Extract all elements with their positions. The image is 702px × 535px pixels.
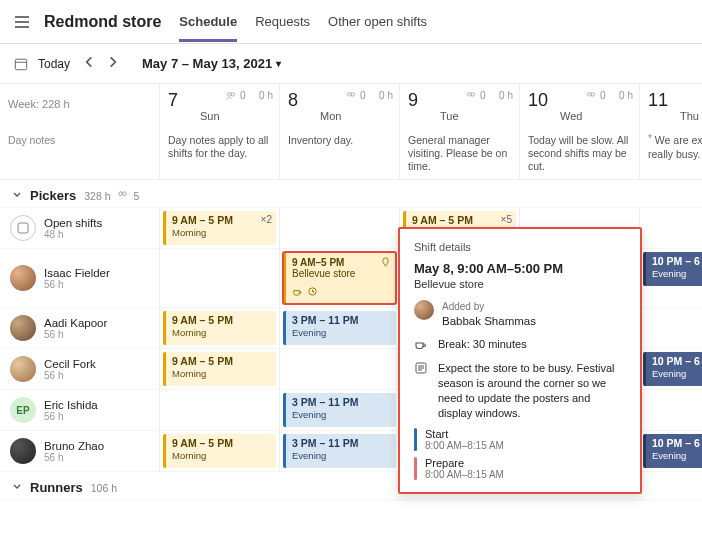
avatar bbox=[10, 315, 36, 341]
activity-item: Prepare8:00 AM–8:15 AM bbox=[414, 457, 626, 480]
shift-card[interactable]: 10 PM – 6 AMEvening bbox=[643, 252, 702, 286]
svg-rect-0 bbox=[15, 59, 26, 70]
chevron-down-icon bbox=[12, 482, 22, 494]
clock-icon bbox=[307, 286, 318, 299]
day-notes-label: Day notes bbox=[0, 128, 160, 180]
day-name: Sun bbox=[200, 110, 220, 122]
avatar bbox=[414, 300, 434, 320]
section-title: Runners bbox=[30, 480, 83, 495]
day-number: 8 bbox=[288, 90, 298, 110]
avatar bbox=[10, 356, 36, 382]
shift-card[interactable]: 3 PM – 11 PMEvening bbox=[283, 311, 396, 345]
shift-card[interactable]: 3 PM – 11 PMEvening bbox=[283, 434, 396, 468]
person-row[interactable]: Isaac Fielder56 h bbox=[0, 249, 160, 308]
note-icon bbox=[414, 361, 430, 377]
required-star-icon: * bbox=[648, 133, 652, 144]
shift-details-popover: Shift details May 8, 9:00 AM–5:00 PM Bel… bbox=[398, 227, 642, 494]
activity-color bbox=[414, 428, 417, 451]
activity-color bbox=[414, 457, 417, 480]
avatar bbox=[10, 265, 36, 291]
section-pickers[interactable]: Pickers 328 h5 bbox=[0, 180, 702, 208]
coffee-icon bbox=[414, 337, 430, 353]
store-title: Redmond store bbox=[44, 13, 161, 31]
avatar: EP bbox=[10, 397, 36, 423]
shift-card[interactable]: 10 PM – 6 AMEvening bbox=[643, 352, 702, 386]
section-title: Pickers bbox=[30, 188, 76, 203]
day-name: Mon bbox=[320, 110, 341, 122]
activity-item: Start8:00 AM–8:15 AM bbox=[414, 428, 626, 451]
tab-schedule[interactable]: Schedule bbox=[179, 2, 237, 42]
open-shifts-row[interactable]: Open shifts48 h bbox=[0, 208, 160, 249]
shift-location: Bellevue store bbox=[414, 278, 626, 290]
calendar-icon[interactable] bbox=[14, 57, 28, 71]
svg-rect-11 bbox=[18, 223, 28, 233]
shift-card[interactable]: 9 AM – 5 PMMorning bbox=[163, 352, 276, 386]
menu-icon[interactable] bbox=[14, 14, 30, 30]
day-number: 9 bbox=[408, 90, 418, 110]
svg-point-10 bbox=[122, 192, 126, 196]
tabs: Schedule Requests Other open shifts bbox=[179, 2, 427, 42]
day-header-thu[interactable]: 11 Thu bbox=[640, 84, 702, 128]
shift-card[interactable]: 9 AM – 5 PMMorning bbox=[163, 311, 276, 345]
prev-arrow-icon[interactable] bbox=[82, 55, 96, 72]
day-name: Thu bbox=[680, 110, 699, 122]
day-note[interactable]: Day notes apply to all shifts for the da… bbox=[160, 128, 280, 180]
day-header-wed[interactable]: 10 Wed 0 0 h bbox=[520, 84, 640, 128]
next-arrow-icon[interactable] bbox=[106, 55, 120, 72]
shift-multiplier: ×5 bbox=[501, 214, 512, 226]
day-note[interactable]: * We are expecting be really busy. bbox=[640, 128, 702, 180]
shift-multiplier: ×2 bbox=[261, 214, 272, 226]
day-header-mon[interactable]: 8 Mon 0 0 h bbox=[280, 84, 400, 128]
shift-card[interactable]: 10 PM – 6 AMEvening bbox=[643, 434, 702, 468]
popover-title: Shift details bbox=[414, 241, 626, 253]
location-pin-icon bbox=[380, 257, 391, 270]
shift-card[interactable]: 9 AM – 5 PMMorning bbox=[163, 434, 276, 468]
svg-point-9 bbox=[118, 192, 122, 196]
date-range-picker[interactable]: May 7 – May 13, 2021 ▾ bbox=[142, 56, 281, 71]
chevron-down-icon bbox=[12, 190, 22, 202]
today-button[interactable]: Today bbox=[38, 57, 70, 71]
day-note[interactable]: General manager visiting. Please be on t… bbox=[400, 128, 520, 180]
day-number: 11 bbox=[648, 90, 668, 110]
person-row[interactable]: Aadi Kapoor56 h bbox=[0, 308, 160, 349]
day-number: 10 bbox=[528, 90, 548, 110]
day-name: Tue bbox=[440, 110, 459, 122]
day-name: Wed bbox=[560, 110, 582, 122]
shift-card[interactable]: 3 PM – 11 PMEvening bbox=[283, 393, 396, 427]
day-header-sun[interactable]: 7 Sun 0 0 h bbox=[160, 84, 280, 128]
chevron-down-icon: ▾ bbox=[276, 58, 281, 69]
avatar bbox=[10, 438, 36, 464]
coffee-icon bbox=[292, 286, 303, 299]
open-shifts-icon bbox=[10, 215, 36, 241]
person-row[interactable]: Cecil Fork56 h bbox=[0, 349, 160, 390]
shift-card[interactable]: 9 AM – 5 PMMorning×2 bbox=[163, 211, 276, 245]
tab-requests[interactable]: Requests bbox=[255, 2, 310, 42]
person-row[interactable]: Bruno Zhao56 h bbox=[0, 431, 160, 472]
person-row[interactable]: EP Eric Ishida56 h bbox=[0, 390, 160, 431]
day-header-tue[interactable]: 9 Tue 0 0 h bbox=[400, 84, 520, 128]
week-hours-label: Week: 228 h bbox=[0, 84, 160, 128]
day-number: 7 bbox=[168, 90, 178, 110]
break-text: Break: 30 minutes bbox=[438, 337, 626, 352]
shift-time: May 8, 9:00 AM–5:00 PM bbox=[414, 261, 626, 276]
shift-card-selected[interactable]: 9 AM–5 PM Bellevue store bbox=[283, 252, 396, 304]
shift-note: Expect the store to be busy. Festival se… bbox=[438, 361, 626, 420]
added-by-name: Babbak Shammas bbox=[442, 314, 626, 330]
day-note[interactable]: Today will be slow. All second shifts ma… bbox=[520, 128, 640, 180]
day-note[interactable]: Inventory day. bbox=[280, 128, 400, 180]
date-range-text: May 7 – May 13, 2021 bbox=[142, 56, 272, 71]
tab-other-open-shifts[interactable]: Other open shifts bbox=[328, 2, 427, 42]
